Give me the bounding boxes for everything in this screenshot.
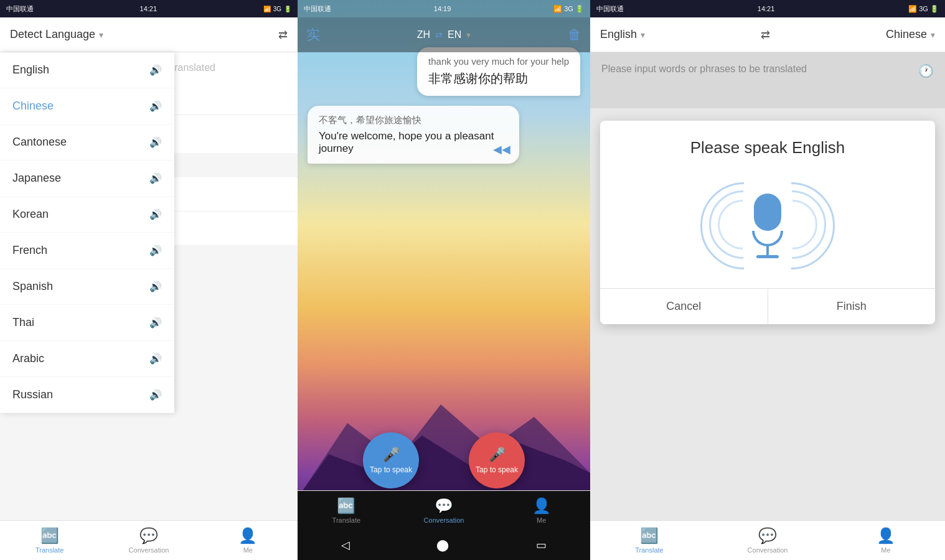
speaker-icon-english: 🔊: [149, 64, 162, 76]
nav-translate-1[interactable]: 🔤 Translate: [0, 527, 99, 554]
me-nav-icon-3: 👤: [877, 527, 895, 544]
time-3: 14:21: [758, 5, 775, 12]
dropdown-item-english[interactable]: English 🔊: [0, 52, 174, 88]
delete-btn[interactable]: 🗑: [568, 27, 581, 43]
android-back[interactable]: ◁: [341, 538, 350, 552]
speak-btn-red-label: Tap to speak: [476, 465, 518, 474]
android-nav-2: ◁ ⬤ ▭: [298, 530, 590, 560]
mic-container: [712, 182, 824, 269]
nav-conversation-3[interactable]: 💬 Conversation: [708, 527, 827, 554]
conversation-nav-icon-1: 💬: [139, 527, 158, 544]
language-dropdown: English 🔊 Chinese 🔊 Cantonese 🔊 Japanese…: [0, 52, 174, 413]
nav-me-3[interactable]: 👤 Me: [827, 527, 945, 554]
speaker-icon-arabic: 🔊: [149, 353, 162, 365]
nav-translate-2[interactable]: 🔤 Translate: [298, 497, 395, 524]
dropdown-english-label: English: [12, 63, 49, 77]
bubble-left-1-en: You're welcome, hope you a pleasant jour…: [319, 130, 508, 155]
translate-nav-icon-2: 🔤: [337, 497, 355, 515]
me-nav-icon-1: 👤: [238, 527, 257, 544]
bubble-right-1-cn: 非常感谢你的帮助: [428, 70, 569, 87]
speaker-icon-spanish: 🔊: [149, 281, 162, 292]
conversation-nav-icon-2: 💬: [435, 497, 453, 515]
status-bar-1: 中国联通 14:21 📶 3G 🔋: [0, 0, 298, 17]
carrier-3: 中国联通: [596, 4, 624, 14]
android-recent[interactable]: ▭: [536, 538, 547, 552]
from-lang-2: ZH: [417, 29, 430, 40]
dropdown-item-russian[interactable]: Russian 🔊: [0, 377, 174, 413]
dropdown-item-french[interactable]: French 🔊: [0, 233, 174, 269]
dialog-buttons: Cancel Finish: [600, 288, 935, 324]
nav-translate-label-1: Translate: [35, 546, 63, 554]
dropdown-item-korean[interactable]: Korean 🔊: [0, 197, 174, 233]
swap-icon-1[interactable]: ⇄: [278, 28, 288, 42]
nav-me-label-2: Me: [537, 516, 546, 524]
nav-translate-3[interactable]: 🔤 Translate: [590, 527, 708, 554]
cancel-button[interactable]: Cancel: [600, 289, 768, 324]
dialog-title: Please speak English: [600, 121, 935, 170]
translate-nav-icon-3: 🔤: [640, 527, 659, 544]
detect-lang-label: Detect Language: [10, 28, 95, 41]
speak-btn-blue[interactable]: 🎤 Tap to speak: [363, 432, 419, 488]
swap-btn-2[interactable]: ⇄: [435, 30, 443, 40]
from-lang-label-3: English: [600, 28, 637, 41]
time-1: 14:21: [140, 5, 158, 12]
speaker-icon-bubble: ◀◀: [493, 142, 510, 156]
nav-conversation-1[interactable]: 💬 Conversation: [99, 527, 198, 554]
detect-language-btn[interactable]: Detect Language ▾: [10, 28, 103, 41]
detect-lang-chevron: ▾: [99, 30, 103, 40]
dropdown-item-cantonese[interactable]: Cantonese 🔊: [0, 124, 174, 161]
speaker-icon-chinese: 🔊: [149, 100, 162, 112]
mic-base: [756, 255, 779, 258]
dropdown-korean-label: Korean: [12, 208, 49, 221]
mic-arc: [752, 231, 783, 246]
from-lang-btn-3[interactable]: English ▾: [600, 28, 645, 41]
dropdown-item-thai[interactable]: Thai 🔊: [0, 305, 174, 341]
panel3-filler: [590, 337, 945, 520]
conversation-area: thank you very much for your help 非常感谢你的…: [298, 35, 590, 460]
panel-conversation: 中国联通 14:19 📶 3G 🔋 实 ZH ⇄ EN ▾ 🗑 thank yo…: [298, 0, 590, 560]
input-placeholder-3: Please input words or phrases to be tran…: [601, 63, 912, 75]
microphone: [752, 194, 783, 258]
dropdown-thai-label: Thai: [12, 316, 34, 329]
speaker-icon-russian: 🔊: [149, 389, 162, 401]
bottom-nav-1: 🔤 Translate 💬 Conversation 👤 Me: [0, 520, 298, 560]
to-lang-label-3: Chinese: [886, 28, 927, 41]
dropdown-chinese-label: Chinese: [12, 100, 54, 113]
dropdown-item-japanese[interactable]: Japanese 🔊: [0, 161, 174, 197]
swap-icon-3[interactable]: ⇄: [761, 28, 770, 42]
dropdown-item-chinese[interactable]: Chinese 🔊: [0, 88, 174, 124]
to-lang-chevron-3: ▾: [931, 30, 935, 40]
nav-conversation-label-1: Conversation: [129, 546, 169, 554]
nav-conversation-2[interactable]: 💬 Conversation: [395, 497, 493, 524]
from-lang-chevron-3: ▾: [641, 30, 645, 40]
bubble-left-1-cn: 不客气，希望你旅途愉快: [319, 114, 508, 126]
nav-me-2[interactable]: 👤 Me: [492, 497, 590, 524]
time-2: 14:19: [434, 5, 451, 12]
conversation-nav-icon-3: 💬: [758, 527, 777, 544]
dropdown-russian-label: Russian: [12, 388, 53, 401]
nav-translate-label-2: Translate: [332, 516, 360, 524]
realtime-icon[interactable]: 实: [306, 26, 320, 44]
right-icons-2: 📶 3G 🔋: [553, 5, 584, 13]
dropdown-item-arabic[interactable]: Arabic 🔊: [0, 341, 174, 377]
history-icon-3[interactable]: 🕐: [918, 63, 934, 78]
speaker-icon-japanese: 🔊: [149, 172, 162, 184]
speaker-icon-korean: 🔊: [149, 208, 162, 220]
speak-btn-red[interactable]: 🎤 Tap to speak: [469, 432, 525, 488]
carrier-1: 中国联通: [6, 4, 34, 14]
top-bar-1: Detect Language ▾ ⇄: [0, 17, 298, 52]
mic-stand: [752, 231, 783, 258]
android-home[interactable]: ⬤: [436, 538, 449, 552]
panel-translate-dropdown: 中国联通 14:21 📶 3G 🔋 Detect Language ▾ ⇄ Pl…: [0, 0, 298, 560]
speak-dialog: Please speak English: [600, 121, 935, 324]
bubble-right-1: thank you very much for your help 非常感谢你的…: [417, 47, 580, 96]
dropdown-item-spanish[interactable]: Spanish 🔊: [0, 269, 174, 305]
mic-head: [754, 194, 781, 231]
nav-conversation-label-2: Conversation: [424, 516, 464, 524]
nav-me-1[interactable]: 👤 Me: [199, 527, 298, 554]
bottom-nav-3: 🔤 Translate 💬 Conversation 👤 Me: [590, 520, 945, 560]
to-lang-btn-3[interactable]: Chinese ▾: [886, 28, 935, 41]
finish-button[interactable]: Finish: [768, 289, 936, 324]
mic-icon-red: 🎤: [489, 447, 505, 463]
nav-me-label-1: Me: [243, 546, 253, 554]
